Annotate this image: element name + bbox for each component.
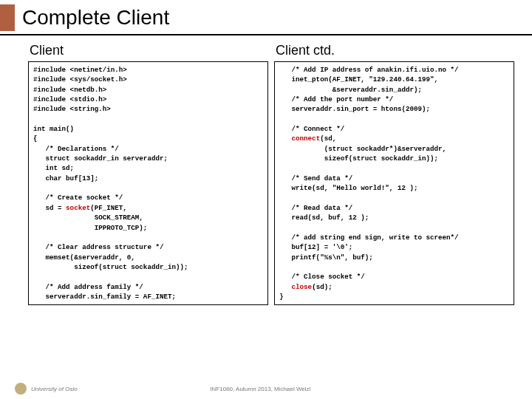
- ip-c: /* Add IP address of anakin.ifi.uio.no *…: [279, 66, 459, 74]
- read-l1: read(sd, buf, 12 );: [279, 214, 369, 222]
- send-l1: write(sd, "Hello world!", 12 );: [279, 184, 417, 192]
- main-open: int main() {: [33, 125, 74, 143]
- ip-l2: &serveraddr.sin_addr);: [279, 86, 422, 94]
- right-column: Client ctd. /* Add IP address of anakin.…: [274, 43, 514, 305]
- clear-l2: sizeof(struct sockaddr_in));: [33, 263, 188, 271]
- title-bar: Complete Client: [0, 0, 532, 35]
- end-c: /* add string end sign, write to screen*…: [279, 233, 459, 242]
- inc2: #include <netdb.h>: [33, 86, 106, 94]
- connect-fn: connect: [292, 134, 321, 143]
- close-c: /* Close socket */: [279, 273, 365, 281]
- decl3: char buf[13];: [33, 174, 98, 183]
- create-post: (PF_INET,: [90, 204, 127, 212]
- left-codebox: #include <netinet/in.h> #include <sys/so…: [28, 61, 268, 305]
- left-column: Client #include <netinet/in.h> #include …: [28, 43, 268, 305]
- port-l1: serveraddr.sin_port = htons(2009);: [279, 105, 430, 113]
- conn-l2: (struct sockaddr*)&serveraddr,: [279, 145, 446, 153]
- conn-l3: sizeof(struct sockaddr_in));: [279, 154, 438, 163]
- decl-c: /* Declarations */: [33, 145, 119, 153]
- create-l3: IPPROTO_TCP);: [33, 224, 147, 232]
- decl1: struct sockaddr_in serveraddr;: [33, 154, 168, 163]
- right-codebox: /* Add IP address of anakin.ifi.uio.no *…: [274, 61, 514, 305]
- ip-l1: inet_pton(AF_INET, "129.240.64.199",: [279, 75, 438, 83]
- slide-title: Complete Client: [22, 6, 169, 30]
- slide: Complete Client Client #include <netinet…: [0, 0, 532, 399]
- close-brace: }: [279, 293, 284, 301]
- footer-uni: University of Oslo: [31, 386, 78, 392]
- footer: University of Oslo INF1060, Autumn 2013,…: [0, 383, 532, 395]
- left-heading: Client: [28, 43, 268, 58]
- end-l1: buf[12] = '\0';: [279, 243, 352, 251]
- footer-mid: INF1060, Autumn 2013, Michael Welzl: [78, 386, 443, 392]
- close-post: (sd);: [312, 283, 332, 291]
- socket-fn: socket: [66, 204, 90, 212]
- inc0: #include <netinet/in.h>: [33, 66, 127, 74]
- title-accent: [0, 4, 15, 31]
- right-heading: Client ctd.: [274, 43, 514, 58]
- create-pre: sd =: [33, 204, 66, 212]
- clear-c: /* Clear address structure */: [33, 243, 163, 251]
- fam-c: /* Add address family */: [33, 283, 143, 291]
- decl2: int sd;: [33, 164, 74, 172]
- conn-l1p: (sd,: [320, 134, 336, 143]
- inc3: #include <stdio.h>: [33, 95, 106, 103]
- clear-l1: memset(&serveraddr, 0,: [33, 253, 135, 262]
- create-l2: SOCK_STREAM,: [33, 214, 143, 222]
- close-fn: close: [292, 283, 313, 291]
- content-row: Client #include <netinet/in.h> #include …: [0, 35, 532, 305]
- inc4: #include <string.h>: [33, 105, 111, 113]
- uni-logo-icon: [15, 383, 27, 395]
- send-c: /* Send data */: [279, 174, 352, 183]
- create-c: /* Create socket */: [33, 194, 123, 202]
- end-l2: printf("%s\n", buf);: [279, 253, 373, 262]
- fam-l1: serveraddr.sin_family = AF_INET;: [33, 293, 176, 301]
- inc1: #include <sys/socket.h>: [33, 75, 127, 83]
- port-c: /* Add the port number */: [279, 95, 393, 103]
- conn-c: /* Connect */: [279, 125, 344, 133]
- read-c: /* Read data */: [279, 204, 352, 212]
